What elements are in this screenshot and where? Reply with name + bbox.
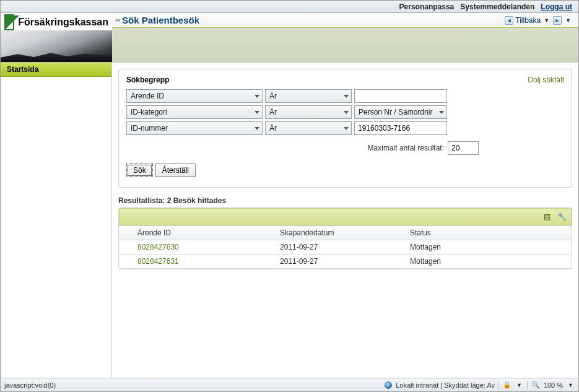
zoom-icon[interactable]: [531, 381, 540, 389]
caret-down-icon: [255, 127, 259, 130]
logout-link[interactable]: Logga ut: [541, 2, 572, 11]
criteria-field-2[interactable]: ID-nummer: [126, 121, 263, 135]
results-panel: ▤ 🔧 Ärende ID Skapandedatum Status: [118, 207, 572, 269]
criteria-field-0-label: Ärende ID: [131, 92, 164, 100]
col-date[interactable]: Skapandedatum: [276, 226, 406, 240]
criteria-value-1-label: Person Nr / Samordnir: [359, 108, 432, 116]
row-select-cell[interactable]: [119, 255, 134, 269]
zoom-level-text: 100 %: [544, 381, 563, 389]
row-date: 2011-09-27: [276, 240, 406, 255]
criteria-field-2-label: ID-nummer: [131, 124, 168, 133]
back-label: Tillbaka: [515, 16, 541, 25]
caret-down-icon: [255, 111, 259, 114]
sidebar-item-home[interactable]: Startsida: [1, 63, 111, 77]
zoom-dropdown-caret-icon[interactable]: ▼: [567, 382, 575, 388]
brand-logo-icon: [4, 14, 14, 30]
criteria-value-2-input[interactable]: [354, 121, 447, 135]
sidebar: Startsida: [1, 63, 112, 378]
hero-landscape-image: [1, 30, 112, 62]
results-header-row: Ärende ID Skapandedatum Status: [119, 226, 572, 240]
status-left-text: javascript:void(0): [4, 381, 56, 389]
results-toolbar: ▤ 🔧: [119, 208, 572, 225]
row-status: Mottagen: [406, 240, 572, 255]
table-row: 8028427631 2011-09-27 Mottagen: [119, 255, 572, 269]
hide-search-link[interactable]: Dölj sökfält: [528, 76, 564, 84]
reset-button[interactable]: Återställ: [155, 163, 196, 177]
search-button[interactable]: Sök: [126, 163, 153, 177]
col-select: [119, 226, 134, 240]
export-icon[interactable]: ▤: [542, 212, 551, 221]
page-title: Sök Patientbesök: [121, 15, 199, 25]
personalize-link[interactable]: Personanpassa: [399, 2, 455, 11]
forward-button[interactable]: ►: [553, 16, 562, 25]
criteria-op-0-label: Är: [269, 92, 277, 100]
system-messages-link[interactable]: Systemmeddelanden: [460, 2, 534, 11]
case-id-link[interactable]: 8028427631: [137, 257, 179, 266]
max-results-label: Maximalt antal resultat:: [368, 144, 444, 152]
table-row: 8028427630 2011-09-27 Mottagen: [119, 240, 572, 255]
lock-icon[interactable]: [503, 381, 512, 389]
criteria-field-1[interactable]: ID-kategori: [126, 105, 263, 119]
forward-dropdown-caret-icon[interactable]: ▼: [564, 17, 572, 24]
caret-down-icon: [344, 127, 349, 130]
brand-block: Försäkringskassan: [1, 13, 112, 63]
security-dropdown-caret-icon[interactable]: ▼: [515, 382, 523, 388]
globe-icon: [385, 381, 392, 389]
case-id-link[interactable]: 8028427630: [137, 243, 179, 251]
toolbar-strip: [112, 28, 578, 63]
criteria-field-0[interactable]: Ärende ID: [126, 89, 263, 103]
arrow-left-icon: ◄: [505, 16, 513, 25]
brand-name: Försäkringskassan: [18, 17, 108, 28]
status-bar: javascript:void(0) Lokalt intranät | Sky…: [1, 378, 578, 391]
search-panel: Sökbegrepp Dölj sökfält Ärende ID Är ID-…: [118, 69, 572, 188]
col-id[interactable]: Ärende ID: [134, 226, 276, 240]
criteria-field-1-label: ID-kategori: [131, 108, 167, 116]
back-button[interactable]: ◄ Tillbaka ▼: [505, 16, 551, 25]
back-dropdown-caret-icon[interactable]: ▼: [542, 17, 551, 24]
caret-down-icon: [255, 95, 259, 98]
title-bar: ⇔ Sök Patientbesök ◄ Tillbaka ▼ ► ▼: [112, 13, 578, 28]
criteria-op-2[interactable]: Är: [265, 121, 352, 135]
criteria-op-2-label: Är: [269, 124, 277, 133]
caret-down-icon: [439, 111, 444, 114]
criteria-op-1-label: Är: [269, 108, 277, 116]
split-handle-icon[interactable]: ⇔: [115, 17, 121, 24]
criteria-value-1-combo[interactable]: Person Nr / Samordnir: [354, 105, 447, 119]
top-nav: Personanpassa Systemmeddelanden Logga ut: [1, 1, 578, 13]
row-select-cell[interactable]: [119, 240, 134, 255]
results-table: Ärende ID Skapandedatum Status 802842763…: [119, 225, 572, 269]
header: Försäkringskassan ⇔ Sök Patientbesök ◄ T…: [1, 13, 578, 63]
row-status: Mottagen: [406, 255, 572, 269]
caret-down-icon: [344, 111, 349, 114]
caret-down-icon: [344, 95, 349, 98]
security-zone-text: Lokalt intranät | Skyddat läge: Av: [396, 381, 495, 389]
row-date: 2011-09-27: [276, 255, 406, 269]
criteria-value-0-input[interactable]: [354, 89, 447, 103]
criteria-op-0[interactable]: Är: [265, 89, 352, 103]
settings-wrench-icon[interactable]: 🔧: [557, 212, 566, 221]
results-title: Resultatlista: 2 Besök hittades: [118, 196, 572, 205]
main-content: Sökbegrepp Dölj sökfält Ärende ID Är ID-…: [112, 63, 578, 378]
max-results-input[interactable]: [448, 141, 479, 155]
criteria-op-1[interactable]: Är: [265, 105, 352, 119]
col-status[interactable]: Status: [406, 226, 572, 240]
search-heading: Sökbegrepp: [126, 76, 169, 84]
